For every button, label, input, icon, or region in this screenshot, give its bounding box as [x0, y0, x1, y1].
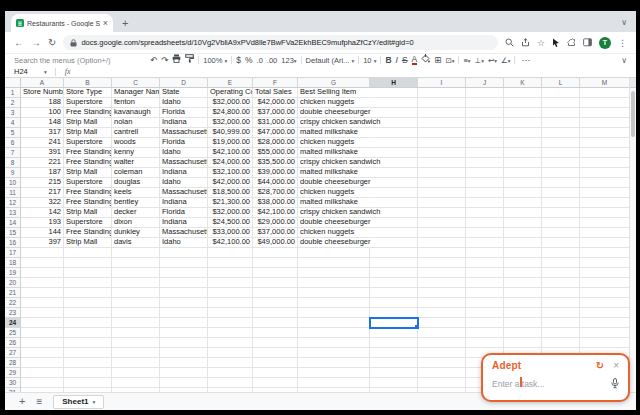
cell-I11[interactable]: [418, 188, 466, 198]
row-header-11[interactable]: 11: [5, 188, 21, 198]
cell-J4[interactable]: [466, 118, 504, 128]
cell-C16[interactable]: davis: [112, 238, 160, 248]
cell-D13[interactable]: Florida: [160, 208, 208, 218]
col-header-D[interactable]: D: [160, 78, 208, 88]
cell-D9[interactable]: Indiana: [160, 168, 208, 178]
cell-I3[interactable]: [418, 108, 466, 118]
cell-B7[interactable]: Free Standing: [64, 148, 112, 158]
cell-I17[interactable]: [418, 248, 466, 258]
cell-B6[interactable]: Superstore: [64, 138, 112, 148]
cell-D14[interactable]: Indiana: [160, 218, 208, 228]
cell-F14[interactable]: $29,000.00: [253, 218, 298, 228]
cell-G21[interactable]: [298, 288, 370, 298]
cell-J24[interactable]: [466, 318, 504, 328]
add-sheet-button[interactable]: +: [19, 396, 25, 407]
row-header-17[interactable]: 17: [5, 248, 21, 258]
cell-J22[interactable]: [466, 298, 504, 308]
cell-A30[interactable]: [21, 378, 64, 388]
cell-D5[interactable]: Massachusetts: [160, 128, 208, 138]
cell-H27[interactable]: [370, 348, 418, 358]
cell-C11[interactable]: keels: [112, 188, 160, 198]
cell-D23[interactable]: [160, 308, 208, 318]
cell-K3[interactable]: [504, 108, 542, 118]
cell-G22[interactable]: [298, 298, 370, 308]
cell-L6[interactable]: [542, 138, 580, 148]
row-header-5[interactable]: 5: [5, 128, 21, 138]
cell-H21[interactable]: [370, 288, 418, 298]
cell-B31[interactable]: [64, 388, 112, 392]
cell-H6[interactable]: [370, 138, 418, 148]
cell-A27[interactable]: [21, 348, 64, 358]
forward-icon[interactable]: →: [31, 38, 41, 48]
cell-K26[interactable]: [504, 338, 542, 348]
cell-B25[interactable]: [64, 328, 112, 338]
cell-C25[interactable]: [112, 328, 160, 338]
cell-K8[interactable]: [504, 158, 542, 168]
cell-G16[interactable]: double cheeseburger: [298, 238, 370, 248]
cell-M2[interactable]: [580, 98, 630, 108]
cell-F12[interactable]: $38,000.00: [253, 198, 298, 208]
cell-A3[interactable]: 100: [21, 108, 64, 118]
col-header-L[interactable]: L: [542, 78, 580, 88]
cell-M19[interactable]: [580, 268, 630, 278]
cell-I4[interactable]: [418, 118, 466, 128]
cell-C19[interactable]: [112, 268, 160, 278]
cell-C9[interactable]: coleman: [112, 168, 160, 178]
cell-L5[interactable]: [542, 128, 580, 138]
bookmark-star-icon[interactable]: ☆: [537, 38, 545, 48]
row-header-13[interactable]: 13: [5, 208, 21, 218]
cell-J6[interactable]: [466, 138, 504, 148]
cell-I27[interactable]: [418, 348, 466, 358]
cell-I16[interactable]: [418, 238, 466, 248]
cell-L2[interactable]: [542, 98, 580, 108]
cell-B5[interactable]: Strip Mall: [64, 128, 112, 138]
cell-C10[interactable]: douglas: [112, 178, 160, 188]
cell-M17[interactable]: [580, 248, 630, 258]
all-sheets-icon[interactable]: ≡: [36, 396, 42, 407]
cell-G18[interactable]: [298, 258, 370, 268]
cell-J16[interactable]: [466, 238, 504, 248]
cell-M4[interactable]: [580, 118, 630, 128]
col-header-M[interactable]: M: [580, 78, 630, 88]
cell-L7[interactable]: [542, 148, 580, 158]
cell-K19[interactable]: [504, 268, 542, 278]
col-header-C[interactable]: C: [112, 78, 160, 88]
cell-L14[interactable]: [542, 218, 580, 228]
selected-cell-outline[interactable]: [369, 317, 419, 329]
merge-cells-select[interactable]: ⊡▾: [445, 56, 454, 65]
cell-F19[interactable]: [253, 268, 298, 278]
cell-F4[interactable]: $31,000.00: [253, 118, 298, 128]
cell-I26[interactable]: [418, 338, 466, 348]
cell-K23[interactable]: [504, 308, 542, 318]
cell-K4[interactable]: [504, 118, 542, 128]
row-header-19[interactable]: 19: [5, 268, 21, 278]
cell-M18[interactable]: [580, 258, 630, 268]
cell-A16[interactable]: 397: [21, 238, 64, 248]
cell-I28[interactable]: [418, 358, 466, 368]
cell-L18[interactable]: [542, 258, 580, 268]
row-header-26[interactable]: 26: [5, 338, 21, 348]
row-header-9[interactable]: 9: [5, 168, 21, 178]
cell-E2[interactable]: $32,000.00: [208, 98, 253, 108]
cell-A1[interactable]: Store Number: [21, 88, 64, 98]
cell-H5[interactable]: [370, 128, 418, 138]
cell-F22[interactable]: [253, 298, 298, 308]
cell-D15[interactable]: Massachusetts: [160, 228, 208, 238]
cell-C5[interactable]: cantrell: [112, 128, 160, 138]
cell-B22[interactable]: [64, 298, 112, 308]
row-header-29[interactable]: 29: [5, 368, 21, 378]
cell-B11[interactable]: Free Standing: [64, 188, 112, 198]
cell-A23[interactable]: [21, 308, 64, 318]
cell-E12[interactable]: $21,300.00: [208, 198, 253, 208]
scrollbar-thumb[interactable]: [631, 91, 635, 137]
cell-M11[interactable]: [580, 188, 630, 198]
cell-K16[interactable]: [504, 238, 542, 248]
cell-F9[interactable]: $39,000.00: [253, 168, 298, 178]
cell-E28[interactable]: [208, 358, 253, 368]
cell-H25[interactable]: [370, 328, 418, 338]
cell-C14[interactable]: dixon: [112, 218, 160, 228]
cell-I22[interactable]: [418, 298, 466, 308]
cell-F1[interactable]: Total Sales: [253, 88, 298, 98]
cell-F23[interactable]: [253, 308, 298, 318]
cell-C12[interactable]: bentley: [112, 198, 160, 208]
